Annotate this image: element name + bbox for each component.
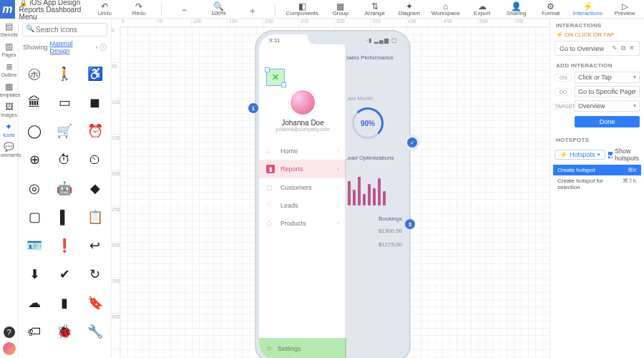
canvas-marker-3[interactable]: 3 bbox=[405, 219, 415, 229]
nav-stencils[interactable]: ▤Stencils bbox=[0, 21, 18, 37]
assessment-icon[interactable]: ▌ bbox=[50, 203, 79, 231]
all-out-icon[interactable]: ◎ bbox=[20, 175, 49, 202]
select-do[interactable]: Go to Specific Page bbox=[575, 86, 640, 97]
cart-icon[interactable]: 🛒 bbox=[50, 117, 79, 145]
menu-settings[interactable]: ⚙Settings bbox=[259, 338, 346, 358]
assignment-return-icon[interactable]: ↩ bbox=[81, 232, 109, 259]
book-icon[interactable]: ▮ bbox=[50, 289, 79, 316]
arrange-button[interactable]: ⇅Arrange bbox=[363, 1, 387, 16]
workspace-button[interactable]: ⌂Workspace bbox=[431, 1, 460, 16]
canvas[interactable]: 1 ✓ 3 9:31 ◦▮ ▂▄▆ ▢ Sales Performance La… bbox=[120, 27, 550, 358]
app-logo[interactable]: m bbox=[0, 0, 15, 19]
help-button[interactable]: ? bbox=[4, 326, 15, 338]
ruler-vertical: 050100150200250300350400 bbox=[112, 27, 120, 358]
sharing-button[interactable]: 👤Sharing bbox=[504, 1, 529, 16]
accessibility-icon[interactable]: 🚶 bbox=[50, 60, 79, 87]
build-icon[interactable]: 🔧 bbox=[81, 318, 109, 345]
library-link[interactable]: Material Design bbox=[50, 40, 94, 54]
redo-button[interactable]: ↷Redo bbox=[127, 1, 151, 16]
canvas-marker-1[interactable]: 1 bbox=[248, 103, 258, 113]
wallet-icon[interactable]: ▭ bbox=[50, 89, 79, 116]
format-button[interactable]: ⚙Format bbox=[539, 1, 563, 16]
info-icon[interactable]: i bbox=[99, 44, 107, 51]
interactions-button[interactable]: ⚡Interactions bbox=[573, 1, 602, 16]
edit-icon[interactable]: ✎ bbox=[612, 44, 618, 52]
autorenew-icon[interactable]: ↻ bbox=[81, 261, 109, 288]
delete-icon[interactable]: ✕ bbox=[629, 44, 635, 52]
profile-email: johanna@company.com bbox=[259, 127, 346, 132]
nav-images[interactable]: 🖼Images bbox=[1, 102, 17, 117]
chevron-right-icon: › bbox=[337, 220, 339, 226]
check-icon[interactable]: ✔ bbox=[50, 261, 79, 288]
alarm-icon[interactable]: ⏰ bbox=[81, 117, 109, 145]
home-icon: ⌂ bbox=[266, 147, 275, 155]
assignment-returned-icon[interactable]: ⬇ bbox=[20, 261, 49, 288]
heart-icon: ♡ bbox=[266, 201, 275, 209]
icon-grid: ㋭ 🚶 ♿ 🏛 ▭ ◼ ◯ 🛒 ⏰ ⊕ ⏱ ⏲ ◎ 🤖 ◆ ▢ ▌ 📋 🪪 ❗ … bbox=[19, 57, 111, 358]
panel-heading-interactions: INTERACTIONS bbox=[550, 19, 644, 30]
ruler-horizontal: 050100150200250300350400450500550 bbox=[120, 19, 550, 27]
select-target[interactable]: Overview bbox=[575, 100, 640, 112]
menu-customers[interactable]: ◻Customers› bbox=[259, 178, 346, 196]
nav-templates[interactable]: ▦Templates bbox=[0, 82, 20, 97]
bolt-icon: ⚡ bbox=[556, 32, 563, 38]
chevron-right-icon: › bbox=[337, 202, 339, 208]
zoom-level[interactable]: 🔍100% bbox=[206, 1, 230, 16]
panel-heading-add: ADD INTERACTION bbox=[550, 59, 644, 70]
menu-home[interactable]: ⌂Home› bbox=[259, 142, 346, 160]
canvas-marker-2[interactable]: ✓ bbox=[404, 135, 420, 150]
select-on[interactable]: Click or Tap bbox=[575, 72, 640, 83]
bookmark-icon[interactable]: 🔖 bbox=[81, 289, 109, 316]
show-hotspots-label: Show hotspots bbox=[615, 147, 641, 162]
nav-comments[interactable]: 💬Comments bbox=[0, 142, 21, 158]
action-create-hotspot[interactable]: Create hotspot⌘K bbox=[553, 165, 641, 175]
menu-products[interactable]: ◇Products› bbox=[259, 214, 346, 232]
preview-button[interactable]: ▷Preview bbox=[613, 1, 637, 16]
announcement-icon[interactable]: ◆ bbox=[81, 175, 109, 202]
hotspots-dropdown[interactable]: ⚡Hotspots ▾ bbox=[555, 150, 605, 160]
account-box-icon[interactable]: ◼ bbox=[81, 89, 109, 116]
account-circle-icon[interactable]: ◯ bbox=[20, 117, 49, 145]
selected-element[interactable]: ✕ bbox=[266, 69, 285, 86]
aspect-ratio-icon[interactable]: ▢ bbox=[20, 203, 49, 231]
nav-outline[interactable]: ≣Outline bbox=[1, 62, 16, 77]
bolt-icon: ⚡ bbox=[560, 151, 567, 158]
zoom-out-button[interactable]: − bbox=[172, 5, 196, 14]
diagram-button[interactable]: ✦Diagram bbox=[397, 1, 421, 16]
status-icons: ◦▮ ▂▄▆ ▢ bbox=[366, 37, 398, 44]
bug-icon[interactable]: 🐞 bbox=[50, 318, 79, 345]
assignment-icon[interactable]: 📋 bbox=[81, 203, 109, 231]
chevron-right-icon: › bbox=[337, 184, 339, 190]
device-frame[interactable]: 9:31 ◦▮ ▂▄▆ ▢ Sales Performance Last Mon… bbox=[255, 30, 411, 358]
alarm-on-icon[interactable]: ⏲ bbox=[81, 146, 109, 173]
android-icon[interactable]: 🤖 bbox=[50, 175, 79, 202]
done-button[interactable]: Done bbox=[575, 116, 640, 127]
undo-button[interactable]: ↶Undo bbox=[92, 1, 117, 16]
user-avatar[interactable] bbox=[3, 342, 16, 355]
account-balance-icon[interactable]: 🏛 bbox=[20, 89, 49, 116]
assignment-late-icon[interactable]: ❗ bbox=[50, 232, 79, 259]
3d-rotation-icon[interactable]: ㋭ bbox=[20, 60, 49, 87]
backup-icon[interactable]: ☁ bbox=[20, 289, 49, 316]
label-on: ON bbox=[555, 74, 572, 82]
gear-icon: ⚙ bbox=[266, 345, 272, 352]
assignment-ind-icon[interactable]: 🪪 bbox=[20, 232, 49, 259]
zoom-in-button[interactable]: ＋ bbox=[240, 5, 265, 14]
menu-leads[interactable]: ♡Leads› bbox=[259, 196, 346, 214]
nav-icons[interactable]: ✦Icons bbox=[3, 122, 15, 137]
progress-ring: 90% bbox=[352, 107, 384, 139]
nav-pages[interactable]: ▥Pages bbox=[2, 42, 16, 57]
show-hotspots-checkbox[interactable] bbox=[608, 152, 613, 158]
group-button[interactable]: ▦Group bbox=[328, 1, 353, 16]
export-button[interactable]: ☁Export bbox=[470, 1, 494, 16]
menu-reports[interactable]: ▮Reports‹ bbox=[259, 160, 346, 178]
interaction-row[interactable]: Go to Overview ✎ ⧉ ✕ bbox=[555, 41, 640, 56]
bookmark-border-icon[interactable]: 🏷 bbox=[20, 318, 49, 345]
alarm-add-icon[interactable]: ⊕ bbox=[20, 146, 49, 173]
action-create-hotspot-selection[interactable]: Create hotspot for selection⌘⇧K bbox=[553, 175, 641, 193]
icon-search-input[interactable] bbox=[22, 23, 107, 37]
components-button[interactable]: ◧Components bbox=[286, 1, 318, 16]
accessible-icon[interactable]: ♿ bbox=[81, 60, 109, 87]
alarm-off-icon[interactable]: ⏱ bbox=[50, 146, 79, 173]
duplicate-icon[interactable]: ⧉ bbox=[621, 44, 625, 52]
